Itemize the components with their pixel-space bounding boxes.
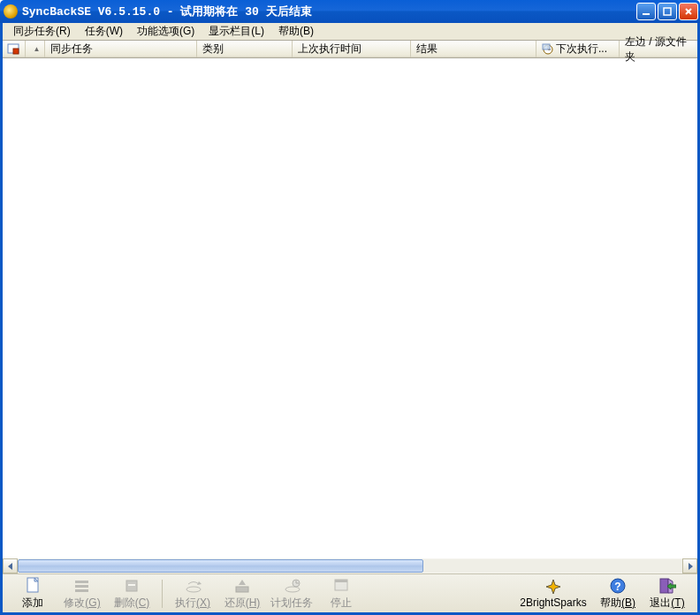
- schedule-icon: [542, 43, 554, 56]
- stop-button[interactable]: 停止: [316, 576, 366, 611]
- delete-label: 删除(C): [114, 596, 150, 611]
- svg-text:?: ?: [614, 581, 620, 593]
- col-nextrun[interactable]: 下次执行...: [536, 41, 620, 57]
- menu-help[interactable]: 帮助(B): [271, 22, 321, 41]
- svg-rect-18: [128, 584, 135, 586]
- client-area: 同步任务(R) 任务(W) 功能选项(G) 显示栏目(L) 帮助(B) ▲ 同步…: [0, 23, 700, 615]
- window-stop-icon: [7, 43, 19, 56]
- col-sort[interactable]: ▲: [26, 41, 45, 57]
- help-icon: ?: [609, 577, 627, 595]
- col-lastrun[interactable]: 上次执行时间: [293, 41, 411, 57]
- menu-tasks[interactable]: 任务(W): [78, 22, 130, 41]
- add-label: 添加: [22, 596, 43, 611]
- schedule-button[interactable]: 计划任务: [267, 576, 316, 611]
- menu-profiles[interactable]: 同步任务(R): [6, 22, 78, 41]
- profile-list[interactable]: [3, 58, 697, 558]
- svg-rect-33: [660, 579, 668, 593]
- restore-label: 还原(H): [224, 596, 261, 611]
- menu-bar: 同步任务(R) 任务(W) 功能选项(G) 显示栏目(L) 帮助(B): [3, 23, 697, 41]
- svg-point-23: [285, 587, 300, 592]
- exit-icon: [658, 577, 676, 595]
- svg-marker-22: [239, 580, 246, 585]
- minimize-icon: [642, 7, 651, 16]
- col-profile[interactable]: 同步任务: [45, 41, 197, 57]
- svg-rect-14: [75, 581, 88, 583]
- menu-columns[interactable]: 显示栏目(L): [202, 22, 271, 41]
- svg-rect-0: [643, 13, 650, 15]
- run-icon: [184, 577, 202, 595]
- delete-icon: [123, 577, 141, 595]
- svg-rect-9: [543, 44, 550, 49]
- list-header: ▲ 同步任务 类别 上次执行时间 结果 下次执行... 左边 / 源文件夹: [3, 41, 697, 58]
- modify-button[interactable]: 修改(G): [57, 576, 107, 611]
- modify-icon: [73, 577, 91, 595]
- svg-point-19: [186, 587, 201, 592]
- col-nextrun-label: 下次执行...: [556, 42, 607, 57]
- menu-preferences[interactable]: 功能选项(G): [130, 22, 202, 41]
- col-type-label: 类别: [202, 42, 224, 57]
- help-button[interactable]: ? 帮助(B): [593, 576, 643, 611]
- col-result[interactable]: 结果: [411, 41, 536, 57]
- restore-button[interactable]: 还原(H): [217, 576, 267, 611]
- run-button[interactable]: 执行(X): [168, 576, 217, 611]
- exit-button[interactable]: 退出(T): [643, 576, 692, 611]
- col-type[interactable]: 类别: [197, 41, 293, 57]
- scroll-left-button[interactable]: [3, 558, 18, 573]
- schedule-label: 计划任务: [270, 596, 313, 611]
- col-status-icon[interactable]: [3, 41, 26, 57]
- schedule-icon: [283, 577, 301, 595]
- svg-rect-15: [75, 585, 88, 588]
- run-label: 执行(X): [175, 596, 210, 611]
- company-link[interactable]: 2BrightSparks: [514, 576, 593, 611]
- chevron-left-icon: [7, 563, 14, 570]
- col-source-label: 左边 / 源文件夹: [625, 34, 692, 65]
- stop-label: 停止: [331, 596, 352, 611]
- svg-marker-11: [689, 563, 693, 570]
- close-icon: [684, 7, 693, 16]
- minimize-button[interactable]: [636, 3, 656, 20]
- add-button[interactable]: 添加: [8, 576, 57, 611]
- svg-rect-16: [75, 589, 88, 592]
- svg-marker-10: [8, 563, 12, 570]
- sparks-icon: [544, 578, 562, 596]
- col-result-label: 结果: [416, 42, 438, 57]
- sort-arrow-icon: ▲: [34, 45, 41, 53]
- scroll-right-button[interactable]: [682, 558, 697, 573]
- company-label: 2BrightSparks: [520, 596, 586, 609]
- col-profile-label: 同步任务: [50, 42, 93, 57]
- delete-button[interactable]: 删除(C): [107, 576, 156, 611]
- close-button[interactable]: [679, 3, 698, 20]
- window-title: SyncBackSE V6.5.15.0 - 试用期将在 30 天后结束: [22, 4, 636, 19]
- svg-rect-1: [664, 8, 671, 15]
- exit-label: 退出(T): [650, 596, 684, 611]
- svg-rect-21: [236, 587, 248, 592]
- new-file-icon: [24, 577, 42, 595]
- chevron-right-icon: [687, 563, 694, 570]
- maximize-button[interactable]: [658, 3, 677, 20]
- svg-marker-29: [546, 580, 560, 594]
- svg-rect-5: [13, 49, 19, 54]
- modify-label: 修改(G): [64, 596, 100, 611]
- svg-rect-28: [335, 580, 347, 582]
- restore-icon: [233, 577, 251, 595]
- col-lastrun-label: 上次执行时间: [298, 42, 361, 57]
- window-controls: [636, 3, 698, 20]
- bottom-toolbar: 添加 修改(G) 删除(C) 执行(X) 还原(H): [3, 573, 697, 612]
- scroll-thumb[interactable]: [18, 559, 423, 573]
- titlebar: SyncBackSE V6.5.15.0 - 试用期将在 30 天后结束: [0, 0, 700, 23]
- horizontal-scrollbar: [3, 558, 697, 573]
- toolbar-separator: [162, 580, 163, 608]
- scroll-track[interactable]: [18, 558, 682, 573]
- col-source[interactable]: 左边 / 源文件夹: [620, 41, 697, 57]
- app-icon: [4, 4, 18, 19]
- help-label: 帮助(B): [600, 596, 635, 611]
- stop-icon: [332, 577, 350, 595]
- maximize-icon: [663, 7, 672, 16]
